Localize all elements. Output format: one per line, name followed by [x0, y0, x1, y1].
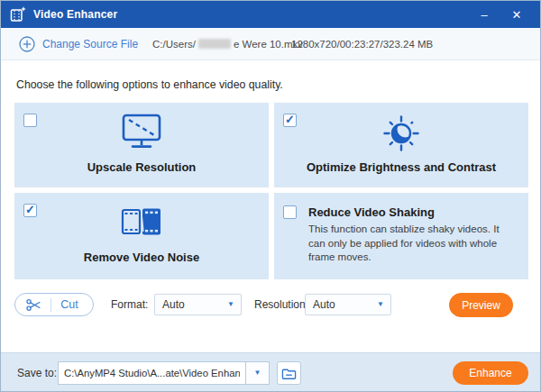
app-film-logo-icon [10, 6, 26, 23]
change-source-file-label: Change Source File [42, 38, 138, 50]
window-controls: – ✕ [468, 1, 533, 28]
minimize-button[interactable]: – [468, 1, 500, 28]
video-enhancer-window: Video Enhancer – ✕ Change Source File C:… [0, 0, 541, 392]
remove-noise-label: Remove Video Noise [14, 251, 269, 264]
brightness-sun-icon [274, 114, 528, 157]
options-heading: Choose the following options to enhance … [16, 78, 283, 91]
chevron-down-icon: ▼ [377, 301, 384, 308]
option-panel-reduce-shaking[interactable]: Reduce Video Shaking This function can s… [274, 193, 528, 279]
option-panel-remove-noise[interactable]: Remove Video Noise [14, 193, 269, 279]
resolution-label: Resolution: [254, 293, 308, 316]
option-panel-brightness-contrast[interactable]: Optimize Brightness and Contrast [274, 103, 528, 187]
chevron-down-icon: ▼ [254, 369, 261, 377]
source-toolbar: Change Source File C:/Users/ e Were 10.m… [1, 28, 540, 60]
footer-bar: Save to: ▼ Enhance [1, 352, 540, 392]
save-path-dropdown-button[interactable]: ▼ [245, 361, 270, 385]
file-path-prefix: C:/Users/ [152, 39, 196, 50]
format-dropdown[interactable]: Auto ▼ [154, 294, 242, 315]
upscale-resolution-label: Upscale Resolution [14, 160, 269, 174]
format-dropdown-value: Auto [162, 298, 185, 311]
titlebar: Video Enhancer – ✕ [1, 1, 540, 28]
option-panel-upscale-resolution[interactable]: Upscale Resolution [14, 103, 269, 187]
source-file-path: C:/Users/ e Were 10.mkv [152, 28, 303, 59]
save-path-input[interactable] [58, 361, 246, 385]
save-to-label: Save to: [17, 361, 57, 385]
format-label: Format: [111, 293, 148, 316]
upscale-monitor-icon [14, 114, 269, 153]
folder-icon [281, 367, 297, 380]
window-title: Video Enhancer [33, 8, 117, 21]
open-folder-button[interactable] [277, 361, 301, 385]
source-file-info: 1280x720/00:23:27/323.24 MB [291, 28, 433, 59]
change-source-file-button[interactable]: Change Source File [19, 28, 138, 59]
redacted-username [198, 39, 231, 49]
scissors-icon [26, 297, 41, 313]
preview-button[interactable]: Preview [449, 293, 513, 317]
resolution-dropdown-value: Auto [313, 298, 335, 311]
reduce-shaking-checkbox[interactable] [283, 205, 297, 219]
enhance-button[interactable]: Enhance [453, 361, 528, 385]
close-button[interactable]: ✕ [500, 1, 533, 28]
chevron-down-icon: ▼ [227, 301, 234, 308]
cut-button[interactable]: Cut [14, 293, 94, 316]
brightness-contrast-label: Optimize Brightness and Contrast [274, 160, 528, 174]
circle-plus-icon [19, 36, 35, 52]
reduce-shaking-label: Reduce Video Shaking [308, 205, 435, 219]
reduce-shaking-description: This function can stablize shaky videos.… [308, 223, 516, 265]
film-frames-icon [14, 206, 269, 241]
resolution-dropdown[interactable]: Auto ▼ [305, 294, 391, 315]
cut-button-label: Cut [51, 298, 87, 311]
